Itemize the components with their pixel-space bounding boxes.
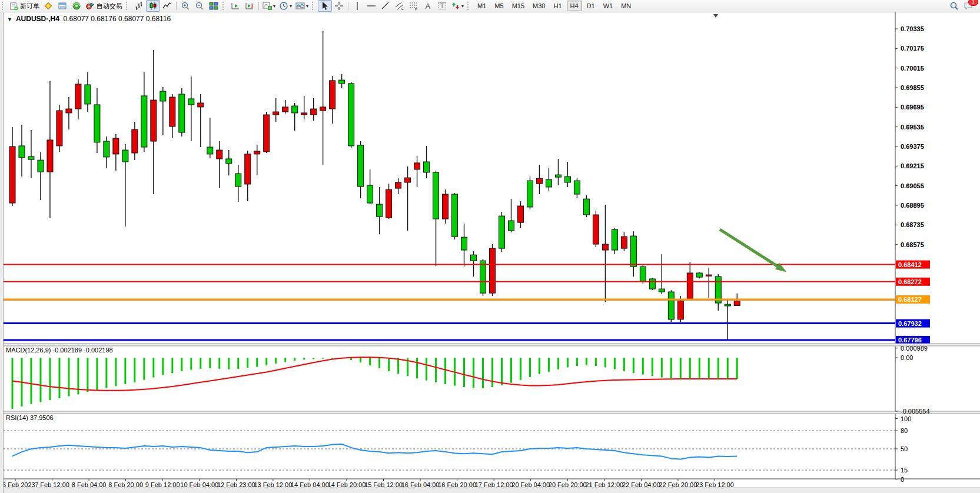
navigator-button[interactable] bbox=[69, 0, 84, 12]
timeframe-button-w1[interactable]: W1 bbox=[600, 1, 617, 11]
new-chart-dropdown[interactable]: ▾ bbox=[261, 0, 277, 12]
candle bbox=[546, 179, 552, 187]
price-axis-tick: 0.70175 bbox=[901, 45, 924, 52]
candle bbox=[28, 156, 34, 159]
candle bbox=[188, 99, 194, 105]
timeframe-button-h4[interactable]: H4 bbox=[567, 1, 582, 11]
new-order-label: 新订单 bbox=[20, 2, 39, 11]
candle bbox=[217, 150, 222, 159]
timeframe-button-h1[interactable]: H1 bbox=[550, 1, 565, 11]
candle bbox=[687, 273, 693, 299]
time-axis-label: 22 Feb 04:00 bbox=[622, 481, 660, 488]
price-axis-tick: 0.70335 bbox=[901, 25, 924, 32]
timeframe-button-m5[interactable]: M5 bbox=[491, 1, 507, 11]
zoom-in-button[interactable] bbox=[178, 0, 192, 12]
toolbar-grip[interactable] bbox=[312, 2, 316, 10]
template-dropdown[interactable]: ▾ bbox=[294, 0, 310, 12]
chevron-down-icon: ▾ bbox=[306, 4, 308, 9]
candlestick-button[interactable] bbox=[146, 0, 160, 12]
trendline-button[interactable] bbox=[378, 0, 393, 12]
timeframe-button-m30[interactable]: M30 bbox=[529, 1, 549, 11]
toolbar: 新订单 自动交易 bbox=[0, 0, 980, 12]
candle bbox=[320, 107, 326, 111]
candle bbox=[649, 279, 655, 289]
time-axis-label: 23 Feb 12:00 bbox=[696, 481, 734, 488]
vertical-line-icon bbox=[353, 1, 362, 11]
autotrading-label: 自动交易 bbox=[97, 2, 122, 11]
price-axis-tick: 0.69695 bbox=[901, 104, 924, 111]
price-axis-tick: 0.68735 bbox=[901, 221, 924, 228]
candle bbox=[640, 267, 646, 281]
data-window-icon bbox=[58, 1, 67, 11]
time-axis-label: 10 Feb 04:00 bbox=[180, 481, 218, 488]
line-chart-icon bbox=[162, 1, 172, 11]
rsi-axis-tick: 80 bbox=[901, 427, 908, 434]
price-axis-tick: 0.68575 bbox=[901, 241, 924, 248]
candle bbox=[471, 255, 477, 261]
toolbar-grip[interactable] bbox=[2, 2, 6, 10]
timeframe-button-mn[interactable]: MN bbox=[617, 1, 634, 11]
arrows-icon bbox=[451, 1, 460, 11]
candle bbox=[367, 185, 373, 203]
candle bbox=[612, 229, 617, 250]
candle bbox=[85, 85, 91, 104]
candle bbox=[593, 215, 599, 244]
ohlc-values: 0.68077 0.68176 0.68077 0.68116 bbox=[64, 15, 171, 23]
toolbar-grip[interactable] bbox=[222, 2, 227, 10]
arrows-dropdown[interactable]: ▾ bbox=[449, 0, 466, 12]
candle bbox=[574, 181, 580, 194]
chart-canvas[interactable]: 0.703350.701750.700150.698550.696950.695… bbox=[0, 0, 980, 493]
candle bbox=[677, 301, 683, 319]
candle bbox=[377, 204, 383, 216]
timeframe-button-m1[interactable]: M1 bbox=[474, 1, 490, 11]
symbol-period-label: AUDUSD-,H4 bbox=[16, 15, 59, 23]
equidistant-channel-button[interactable]: E bbox=[393, 0, 407, 12]
notifications-button[interactable]: 1 bbox=[961, 0, 975, 12]
tile-windows-button[interactable] bbox=[207, 0, 221, 12]
chevron-down-icon: ▾ bbox=[461, 4, 464, 9]
macd-axis-tick: 0.00 bbox=[901, 354, 913, 361]
zoom-out-icon bbox=[195, 1, 204, 11]
zoom-in-icon bbox=[181, 1, 190, 11]
autotrading-button[interactable]: 自动交易 bbox=[84, 0, 124, 12]
bar-chart-button[interactable] bbox=[132, 0, 146, 12]
candle bbox=[330, 81, 335, 109]
candle bbox=[725, 304, 730, 306]
candle bbox=[226, 159, 232, 164]
period-dropdown[interactable]: ▾ bbox=[277, 0, 294, 12]
candle bbox=[433, 172, 439, 219]
time-axis-label: 12 Feb 23:00 bbox=[217, 481, 255, 488]
cursor-button[interactable] bbox=[318, 0, 332, 12]
candle bbox=[132, 129, 138, 153]
timeframe-button-d1[interactable]: D1 bbox=[583, 1, 599, 11]
line-chart-button[interactable] bbox=[160, 0, 174, 12]
price-badge-label: 0.68412 bbox=[898, 261, 922, 268]
toolbar-grip[interactable] bbox=[126, 2, 130, 10]
time-axis-label: 20 Feb 20:00 bbox=[549, 481, 587, 488]
text-button[interactable]: A bbox=[421, 0, 435, 12]
candle bbox=[358, 145, 364, 186]
search-button[interactable] bbox=[947, 0, 961, 12]
price-axis-tick: 0.69055 bbox=[901, 182, 924, 189]
chevron-down-icon[interactable]: ▼ bbox=[7, 16, 12, 22]
auto-scroll-button[interactable] bbox=[228, 0, 242, 12]
toolbar-grip[interactable] bbox=[467, 2, 471, 10]
market-watch-button[interactable] bbox=[41, 0, 55, 12]
text-label-button[interactable]: T bbox=[435, 0, 449, 12]
candle bbox=[160, 91, 166, 101]
data-window-button[interactable] bbox=[55, 0, 69, 12]
timeframe-button-m15[interactable]: M15 bbox=[509, 1, 528, 11]
chart-shift-button[interactable] bbox=[242, 0, 257, 12]
time-axis-label: 7 Feb 12:00 bbox=[35, 481, 69, 488]
fibonacci-button[interactable]: F bbox=[407, 0, 421, 12]
candle bbox=[424, 162, 430, 172]
crosshair-button[interactable] bbox=[332, 0, 346, 12]
zoom-out-button[interactable] bbox=[192, 0, 207, 12]
horizontal-line-button[interactable] bbox=[364, 0, 378, 12]
timeframe-group: M1M5M15M30H1H4D1W1MN bbox=[473, 1, 635, 11]
new-order-button[interactable]: 新订单 bbox=[8, 0, 41, 12]
svg-text:A: A bbox=[426, 2, 431, 11]
macd-axis-tick: 0.000989 bbox=[901, 345, 928, 352]
vertical-line-button[interactable] bbox=[350, 0, 364, 12]
new-chart-icon bbox=[263, 1, 272, 11]
